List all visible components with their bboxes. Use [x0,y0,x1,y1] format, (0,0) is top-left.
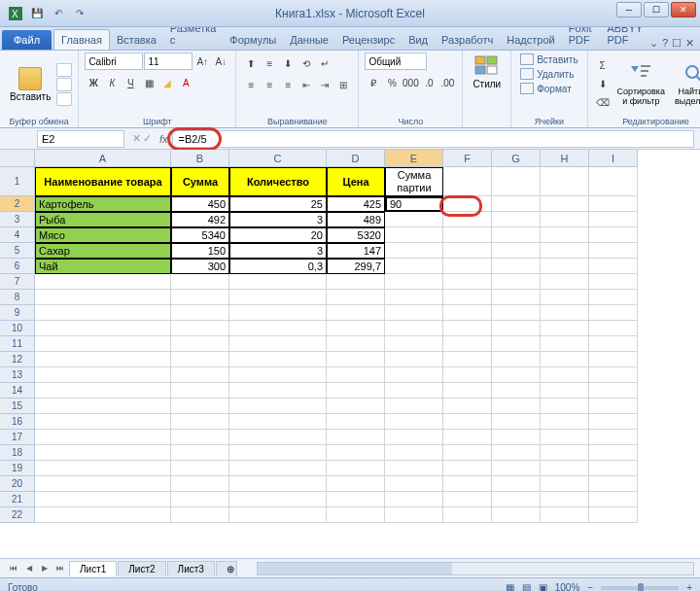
cell-D4[interactable]: 5320 [327,227,385,243]
cell-H22[interactable] [541,507,589,523]
cell-F10[interactable] [443,321,492,336]
cell-B5[interactable]: 150 [171,243,229,259]
cell-A3[interactable]: Рыба [35,212,171,227]
indent-dec-icon[interactable]: ⇤ [298,76,315,93]
row-header-8[interactable]: 8 [0,290,35,305]
help-icon[interactable]: ? [662,37,668,50]
col-header-F[interactable]: F [443,150,492,167]
cell-G9[interactable] [492,305,541,321]
cell-D19[interactable] [327,461,385,476]
cell-G21[interactable] [492,492,541,507]
select-all-corner[interactable] [0,150,35,167]
sheet-tab-1[interactable]: Лист1 [69,561,117,576]
cell-I5[interactable] [589,243,638,259]
cell-E17[interactable] [385,430,443,445]
cell-G5[interactable] [492,243,541,259]
cell-A18[interactable] [35,445,171,461]
redo-icon[interactable]: ↷ [70,4,89,23]
cell-A17[interactable] [35,430,171,445]
cell-C18[interactable] [229,445,327,461]
cell-I16[interactable] [589,414,638,430]
cell-C19[interactable] [229,461,327,476]
cell-A14[interactable] [35,383,171,399]
fx-icon[interactable]: fx [156,133,172,145]
cell-D7[interactable] [327,274,385,290]
format-cells-button[interactable]: Формат [517,82,580,95]
align-middle-icon[interactable]: ≡ [261,54,278,72]
cell-F19[interactable] [443,461,492,476]
cell-B10[interactable] [171,321,229,336]
cell-H20[interactable] [541,476,589,492]
cell-H2[interactable] [541,196,589,212]
align-bottom-icon[interactable]: ⬇ [279,54,297,72]
orientation-icon[interactable]: ⟲ [298,54,315,72]
cell-G17[interactable] [492,430,541,445]
cell-E2[interactable]: 90 [385,196,443,212]
col-header-B[interactable]: B [171,150,229,167]
cell-A6[interactable]: Чай [35,259,171,274]
cell-F20[interactable] [443,476,492,492]
paste-button[interactable]: Вставить [6,65,54,104]
row-header-2[interactable]: 2 [0,196,35,212]
cell-G22[interactable] [492,507,541,523]
row-header-9[interactable]: 9 [0,305,35,321]
cell-G18[interactable] [492,445,541,461]
indent-inc-icon[interactable]: ⇥ [316,76,333,93]
cell-C17[interactable] [229,430,327,445]
col-header-G[interactable]: G [492,150,541,167]
save-icon[interactable]: 💾 [27,4,47,23]
sheet-nav-last[interactable]: ⏭ [52,562,68,575]
cell-G4[interactable] [492,227,541,243]
formula-input[interactable]: =B2/5 [172,130,694,148]
cell-I13[interactable] [589,367,638,383]
cell-E20[interactable] [385,476,443,492]
font-name-select[interactable] [85,52,143,70]
inc-decimal-icon[interactable]: .0 [420,74,438,91]
row-header-22[interactable]: 22 [0,507,35,523]
cell-E16[interactable] [385,414,443,430]
cell-G3[interactable] [492,212,541,227]
cell-H19[interactable] [541,461,589,476]
cell-G19[interactable] [492,461,541,476]
percent-icon[interactable]: % [383,74,401,91]
cell-H17[interactable] [541,430,589,445]
cell-F6[interactable] [443,259,492,274]
tab-formulas[interactable]: Формулы [223,30,283,50]
cell-H13[interactable] [541,367,589,383]
minimize-button[interactable]: ─ [616,2,642,17]
cell-C5[interactable]: 3 [229,243,327,259]
row-header-20[interactable]: 20 [0,476,35,492]
cell-I2[interactable] [589,196,638,212]
cell-I1[interactable] [589,167,638,196]
col-header-C[interactable]: C [229,150,327,167]
cell-H10[interactable] [541,321,589,336]
cell-D9[interactable] [327,305,385,321]
cell-E14[interactable] [385,383,443,399]
cell-E21[interactable] [385,492,443,507]
cell-D17[interactable] [327,430,385,445]
row-header-14[interactable]: 14 [0,383,35,399]
cell-B14[interactable] [171,383,229,399]
cell-F8[interactable] [443,290,492,305]
cell-C4[interactable]: 20 [229,227,327,243]
cell-I12[interactable] [589,352,638,367]
window-close-icon[interactable]: ✕ [685,37,694,50]
cell-F4[interactable] [443,227,492,243]
row-header-6[interactable]: 6 [0,259,35,274]
cell-B9[interactable] [171,305,229,321]
cell-I11[interactable] [589,336,638,352]
cell-F12[interactable] [443,352,492,367]
cell-I9[interactable] [589,305,638,321]
close-button[interactable]: ✕ [671,2,696,17]
cell-A20[interactable] [35,476,171,492]
cell-D8[interactable] [327,290,385,305]
zoom-thumb[interactable] [638,583,644,592]
cell-E12[interactable] [385,352,443,367]
cell-B3[interactable]: 492 [171,212,229,227]
cell-B13[interactable] [171,367,229,383]
cell-H4[interactable] [541,227,589,243]
cell-H11[interactable] [541,336,589,352]
cell-B22[interactable] [171,507,229,523]
zoom-level[interactable]: 100% [555,582,580,591]
cell-C12[interactable] [229,352,327,367]
